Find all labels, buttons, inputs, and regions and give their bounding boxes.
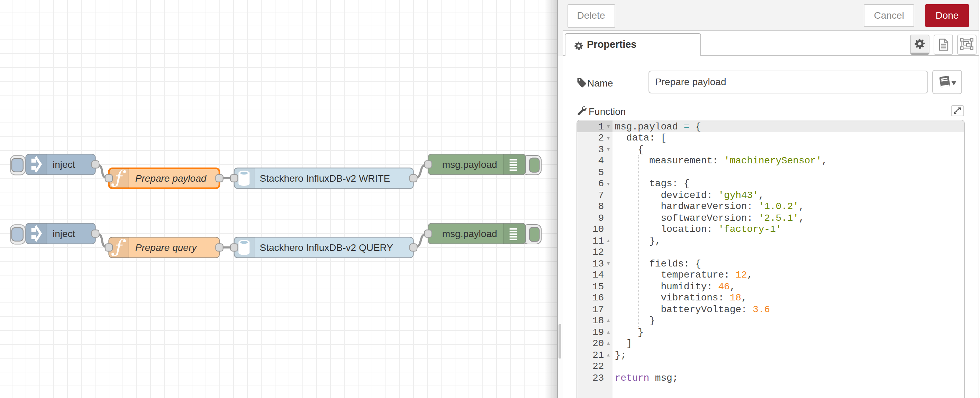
- svg-text:inject: inject: [52, 228, 75, 239]
- svg-text:Prepare query: Prepare query: [135, 242, 197, 253]
- svg-text:Stackhero InfluxDB-v2 WRITE: Stackhero InfluxDB-v2 WRITE: [260, 173, 390, 184]
- svg-text:msg.payload: msg.payload: [442, 228, 497, 239]
- svg-text:Stackhero InfluxDB-v2 QUERY: Stackhero InfluxDB-v2 QUERY: [260, 242, 393, 253]
- svg-text:Prepare payload: Prepare payload: [135, 173, 207, 184]
- svg-text:msg.payload: msg.payload: [442, 159, 497, 170]
- svg-text:inject: inject: [52, 159, 75, 170]
